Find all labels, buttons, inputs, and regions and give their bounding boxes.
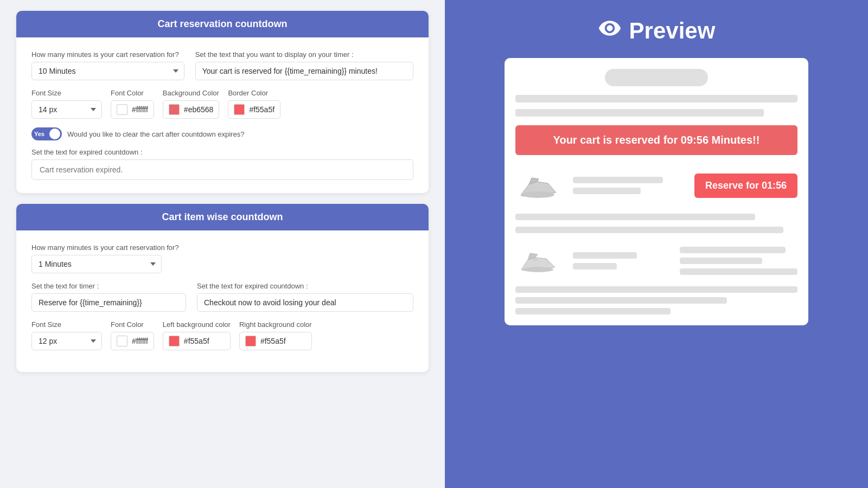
timer-text-label-2: Set the text for timer : — [31, 282, 186, 290]
sep-bar-1 — [515, 214, 755, 220]
font-size-select-1[interactable]: 14 px — [31, 100, 102, 119]
preview-header: Preview — [598, 16, 716, 45]
font-color-label-1: Font Color — [111, 89, 154, 97]
left-bg-label: Left background color — [163, 320, 231, 329]
right-bg-label: Right background color — [239, 320, 312, 329]
toggle-description: Would you like to clear the cart after c… — [67, 130, 244, 138]
right-bar-3 — [680, 268, 797, 275]
minutes-label-1: How many minutes is your cart reservatio… — [31, 50, 184, 59]
preview-item-row-1: Reserve for 01:56 — [515, 164, 797, 207]
bg-color-input-1[interactable]: #eb6568 — [163, 100, 220, 119]
skeleton-bar-1 — [515, 95, 797, 102]
bottom-bar-1 — [515, 286, 797, 293]
detail-bar-3 — [573, 252, 637, 259]
timer-text-input-2[interactable] — [31, 293, 186, 312]
expired-label-1: Set the text for expired countdown : — [31, 148, 413, 156]
detail-bar-1 — [573, 177, 663, 183]
svg-point-0 — [522, 191, 554, 198]
font-color-hex-1: #ffffff — [132, 105, 148, 114]
minutes-select-1[interactable]: 10 Minutes — [31, 62, 184, 80]
left-panel: Cart reservation countdown How many minu… — [0, 0, 445, 488]
bottom-bar-3 — [515, 308, 671, 314]
toggle-yes-label: Yes — [34, 131, 44, 137]
minutes-select-2[interactable]: 1 Minutes — [31, 255, 162, 273]
eye-icon — [598, 16, 622, 45]
bg-color-label-1: Background Color — [163, 89, 220, 97]
cart-reservation-title: Cart reservation countdown — [16, 11, 429, 37]
preview-mockup: Your cart is reserved for 09:56 Minutes!… — [505, 58, 808, 325]
left-bg-input[interactable]: #f55a5f — [163, 332, 231, 350]
font-size-label-1: Font Size — [31, 89, 102, 97]
skeleton-bar-2 — [515, 109, 764, 117]
timer-text-input-1[interactable] — [195, 62, 413, 80]
left-bg-hex: #f55a5f — [184, 337, 209, 345]
font-color-hex-2: #ffffff — [132, 337, 148, 345]
minutes-label-2: How many minutes is your cart reservatio… — [31, 243, 413, 252]
border-color-input-1[interactable]: #f55a5f — [228, 100, 280, 119]
preview-title: Preview — [629, 18, 716, 44]
right-bg-input[interactable]: #f55a5f — [239, 332, 312, 350]
sep-bar-2 — [515, 227, 783, 233]
preview-item-details-2 — [573, 252, 671, 269]
expired-input-1[interactable] — [31, 159, 413, 180]
shoe-image-2 — [515, 242, 564, 280]
bottom-bars — [515, 286, 797, 314]
font-size-label-2: Font Size — [31, 320, 102, 329]
preview-item-row-2 — [515, 242, 797, 280]
font-size-select-2[interactable]: 12 px — [31, 332, 102, 350]
cart-item-title: Cart item wise countdown — [16, 204, 429, 230]
border-color-label-1: Border Color — [228, 89, 280, 97]
right-bar-2 — [680, 258, 762, 264]
expired-text-input-2[interactable] — [197, 293, 413, 312]
shoe-image-1 — [515, 164, 564, 207]
detail-bar-2 — [573, 188, 641, 194]
toggle-knob — [49, 129, 60, 139]
reserve-button[interactable]: Reserve for 01:56 — [694, 174, 797, 198]
right-bg-hex: #f55a5f — [260, 337, 286, 345]
font-color-label-2: Font Color — [111, 320, 154, 329]
font-color-input-2[interactable]: #ffffff — [111, 332, 154, 350]
font-color-input-1[interactable]: #ffffff — [111, 100, 154, 119]
clear-cart-toggle[interactable]: Yes — [31, 127, 62, 140]
right-bar-1 — [680, 247, 786, 253]
cart-reservation-card: Cart reservation countdown How many minu… — [16, 11, 429, 193]
bottom-bar-2 — [515, 297, 727, 304]
cart-item-countdown-card: Cart item wise countdown How many minute… — [16, 204, 429, 372]
detail-bar-4 — [573, 263, 617, 269]
cart-reserve-banner: Your cart is reserved for 09:56 Minutes!… — [515, 125, 797, 155]
preview-item-details-1 — [573, 177, 686, 194]
expired-text-label-2: Set the text for expired countdown : — [197, 282, 413, 290]
svg-point-1 — [523, 267, 553, 272]
border-color-hex-1: #f55a5f — [249, 105, 275, 114]
right-panel: Preview Your cart is reserved for 09:56 … — [445, 0, 868, 488]
bg-color-hex-1: #eb6568 — [184, 105, 214, 114]
timer-text-label-1: Set the text that you want to display on… — [195, 50, 413, 59]
